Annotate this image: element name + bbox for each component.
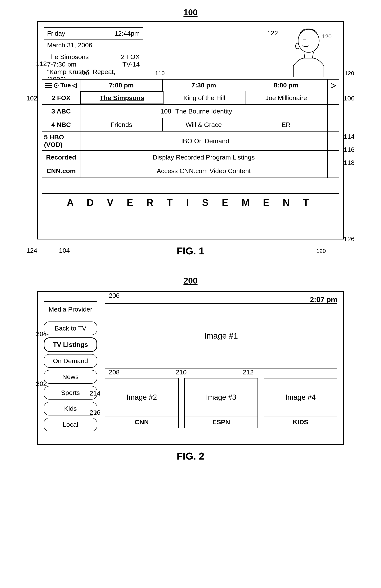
stack-line-1 [45, 83, 52, 84]
sidebar-kids-label: Kids [64, 405, 77, 412]
day-label[interactable]: Tue [60, 82, 71, 89]
sidebar-local[interactable]: Local [44, 418, 97, 431]
fig2-time-display: 2:07 pm [310, 296, 337, 304]
fig2-image-4: Image #4 [264, 378, 337, 416]
info-day: Friday [47, 30, 65, 37]
program-er[interactable]: ER [245, 118, 327, 131]
ref-126: 126 [344, 235, 355, 243]
channel-nbc[interactable]: 4 NBC [42, 118, 80, 131]
ref-116: 116 [344, 146, 355, 153]
right-spacer-hbo [327, 131, 339, 150]
sidebar-sports[interactable]: Sports [44, 386, 97, 399]
right-spacer-cnn [327, 164, 339, 178]
info-program-title: The Simpsons [47, 53, 115, 61]
sidebar-sports-label: Sports [61, 389, 80, 396]
sidebar-on-demand-label: On Demand [53, 357, 88, 364]
program-bourne[interactable]: The Bourne Identity [80, 105, 327, 118]
ref-106: 106 [344, 95, 355, 102]
right-spacer-abc [327, 105, 339, 118]
epg-row-cnn: CNN.com Access CNN.com Video Content [42, 164, 339, 178]
fig2-image-4-label: Image #4 [285, 393, 316, 401]
ad-text: A D V E R T I S E M E N T [67, 197, 314, 208]
right-spacer-recorded [327, 151, 339, 164]
fig2-image-3-block: Image #3 ESPN [184, 378, 258, 428]
fig2-sidebar: Media Provider Back to TV TV Listings On… [44, 297, 97, 438]
info-program-rating: TV-14 [121, 61, 140, 68]
sidebar-local-label: Local [63, 421, 78, 428]
fig2-caption: FIG. 2 [177, 450, 204, 462]
page-container: 100 112 Friday 12:44pm March 31, 2006 Th… [18, 8, 363, 462]
fig2-ref-200: 200 [183, 276, 197, 285]
program-simpsons[interactable]: The Simpsons [80, 91, 164, 104]
right-spacer-fox [327, 91, 339, 104]
channel-recorded[interactable]: Recorded [42, 151, 80, 164]
right-spacer-nbc [327, 118, 339, 131]
fig1-outer-frame: 112 Friday 12:44pm March 31, 2006 The Si… [37, 21, 344, 239]
program-king-hill[interactable]: King of the Hill [164, 91, 246, 104]
clock-icon: ⊙ [53, 81, 59, 89]
fig2-large-image-label: Image #1 [204, 331, 238, 340]
ref-120-bottom: 120 [316, 248, 326, 254]
sidebar-news[interactable]: News [44, 370, 97, 384]
program-friends[interactable]: Friends [80, 118, 163, 131]
epg-row-recorded: Recorded Display Recorded Program Listin… [42, 151, 339, 164]
ref-102: 102 [26, 95, 37, 102]
program-recorded[interactable]: Display Recorded Program Listings [80, 151, 327, 164]
fig2-outer-frame: 204 202 Media Provider Back to TV TV Lis… [37, 291, 344, 445]
fig2-image-2: Image #2 [105, 378, 179, 416]
right-arrow-icon[interactable]: ▷ [331, 81, 336, 89]
fig2-image-3: Image #3 [184, 378, 258, 416]
ref-206: 206 [109, 292, 120, 299]
epg-row-hbo: 5 HBO (VOD) HBO On Demand [42, 131, 339, 151]
info-program-time: 7-7:30 pm [47, 61, 115, 68]
info-program-left: The Simpsons 7-7:30 pm "Kamp Krusty", Re… [47, 53, 115, 83]
info-program-channel: 2 FOX [121, 53, 140, 61]
info-date-row: Friday 12:44pm [44, 28, 143, 40]
ref-212: 212 [243, 368, 254, 376]
info-full-date: March 31, 2006 [44, 40, 143, 51]
sidebar-on-demand[interactable]: On Demand [44, 354, 97, 368]
channel-fox[interactable]: 2 FOX [42, 91, 80, 104]
fig2-image-4-channel[interactable]: KIDS [264, 416, 337, 428]
fig2-image-3-channel[interactable]: ESPN [184, 416, 258, 428]
fig1-ref-100: 100 [183, 8, 197, 17]
info-program-right: 2 FOX TV-14 [121, 53, 140, 68]
fig2-image-3-label: Image #3 [206, 393, 236, 401]
program-hbo-demand[interactable]: HBO On Demand [80, 131, 327, 150]
program-joe-millionaire[interactable]: Joe Millionaire [246, 91, 327, 104]
epg-grid: ⊙ Tue ◁ 120 7:00 pm 110 7:30 pm 8:00 pm [42, 79, 339, 178]
epg-row-nbc: 4 NBC Friends Will & Grace ER [42, 118, 339, 131]
ref-120-nav-left: 120 [79, 70, 89, 77]
channel-hbo[interactable]: 5 HBO (VOD) [42, 131, 80, 150]
program-cnn[interactable]: Access CNN.com Video Content [80, 164, 327, 178]
ref-114: 114 [344, 133, 355, 140]
advertisement-area [42, 212, 339, 235]
svg-point-0 [298, 29, 319, 52]
sidebar-tv-listings-label: TV Listings [53, 341, 88, 348]
channel-abc[interactable]: 3 ABC [42, 105, 80, 118]
program-will-grace[interactable]: Will & Grace [163, 118, 245, 131]
fig2-image-2-channel[interactable]: CNN [105, 416, 179, 428]
fig2-small-images-row: 208 210 212 214 216 Image #2 CNN [105, 378, 337, 428]
ref-118: 118 [344, 159, 355, 167]
fig2-section: 200 204 202 Media Provider Back to TV TV… [18, 276, 363, 462]
stack-line-3 [45, 87, 52, 88]
right-arrow-area[interactable]: ▷ [327, 80, 339, 91]
sidebar-media-provider-label: Media Provider [49, 306, 93, 313]
sidebar-media-provider[interactable]: Media Provider [44, 301, 97, 317]
info-time: 12:44pm [114, 30, 140, 37]
ref-214: 214 [90, 390, 100, 397]
sidebar-back-to-tv[interactable]: Back to TV [44, 321, 97, 335]
epg-time-header-row: ⊙ Tue ◁ 120 7:00 pm 110 7:30 pm 8:00 pm [42, 80, 339, 91]
sidebar-news-label: News [62, 373, 78, 380]
fig2-image-4-block: Image #4 KIDS [264, 378, 337, 428]
sidebar-back-to-tv-label: Back to TV [55, 325, 86, 332]
left-arrow-icon[interactable]: ◁ [72, 82, 77, 89]
epg-row-abc: 3 ABC The Bourne Identity [42, 105, 339, 118]
channel-cnn[interactable]: CNN.com [42, 164, 80, 178]
sidebar-tv-listings[interactable]: TV Listings [44, 337, 97, 352]
fig2-image-2-block: Image #2 CNN [105, 378, 179, 428]
person-silhouette [274, 27, 332, 77]
fig1-section: 100 112 Friday 12:44pm March 31, 2006 Th… [18, 8, 363, 257]
sidebar-kids[interactable]: Kids [44, 402, 97, 416]
